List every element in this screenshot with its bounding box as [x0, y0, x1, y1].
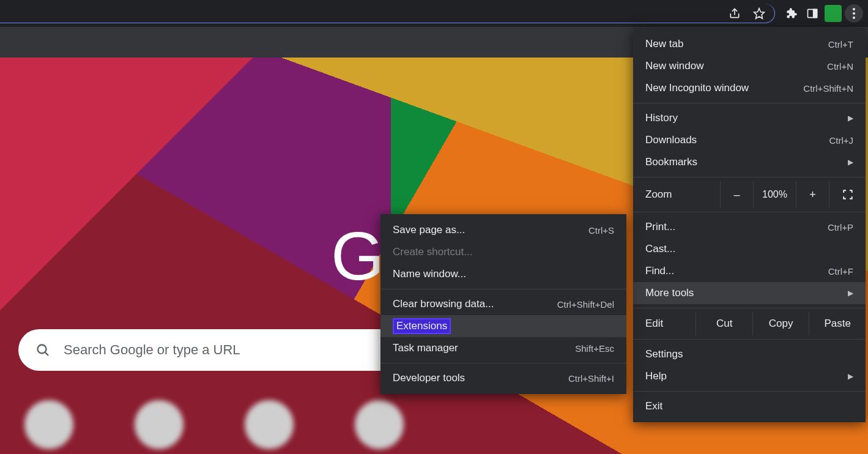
paste-button[interactable]: Paste: [809, 312, 866, 335]
menu-shortcut: Ctrl+F: [828, 266, 853, 277]
menu-item-label: Developer tools: [393, 372, 465, 384]
menu-item-new-incognito[interactable]: New Incognito window Ctrl+Shift+N: [633, 77, 866, 99]
submenu-item-create-shortcut: Create shortcut...: [380, 241, 626, 263]
menu-separator: [633, 177, 866, 177]
menu-item-label: More tools: [645, 287, 694, 299]
submenu-item-name-window[interactable]: Name window...: [380, 263, 626, 285]
menu-item-label: Exit: [645, 400, 662, 412]
fullscreen-button[interactable]: [829, 181, 866, 208]
menu-item-label: Settings: [645, 348, 683, 360]
chevron-right-icon: ▶: [848, 289, 853, 297]
menu-item-label: Zoom: [645, 188, 720, 201]
menu-item-label: Find...: [645, 265, 674, 277]
main-menu: New tab Ctrl+T New window Ctrl+N New Inc…: [633, 28, 866, 422]
menu-item-label: Clear browsing data...: [393, 298, 494, 310]
zoom-out-button[interactable]: –: [720, 181, 753, 208]
svg-point-3: [853, 8, 855, 10]
address-bar[interactable]: [0, 4, 775, 23]
menu-item-exit[interactable]: Exit: [633, 395, 866, 417]
menu-item-print[interactable]: Print... Ctrl+P: [633, 216, 866, 238]
cut-button[interactable]: Cut: [696, 312, 753, 335]
menu-item-cast[interactable]: Cast...: [633, 238, 866, 260]
svg-point-4: [853, 12, 855, 15]
menu-separator: [633, 391, 866, 392]
zoom-value: 100%: [753, 181, 796, 208]
menu-item-settings[interactable]: Settings: [633, 343, 866, 365]
menu-item-downloads[interactable]: Downloads Ctrl+J: [633, 129, 866, 151]
more-tools-submenu: Save page as... Ctrl+S Create shortcut..…: [380, 214, 626, 394]
chevron-right-icon: ▶: [848, 372, 853, 381]
submenu-item-task-manager[interactable]: Task manager Shift+Esc: [380, 337, 626, 359]
submenu-item-clear-data[interactable]: Clear browsing data... Ctrl+Shift+Del: [380, 293, 626, 315]
menu-shortcut: Ctrl+J: [829, 135, 853, 146]
search-icon: [35, 343, 50, 357]
menu-item-label: Print...: [645, 221, 675, 233]
zoom-in-button[interactable]: +: [796, 181, 829, 208]
shortcut-tile[interactable]: [355, 400, 404, 449]
menu-item-label: New tab: [645, 38, 683, 50]
star-icon[interactable]: [752, 7, 766, 20]
profile-avatar[interactable]: [823, 3, 844, 24]
menu-shortcut: Shift+Esc: [575, 343, 614, 354]
menu-item-label: Downloads: [645, 134, 697, 146]
extensions-button[interactable]: [781, 3, 802, 24]
share-icon[interactable]: [728, 7, 741, 20]
edit-label: Edit: [633, 312, 696, 335]
svg-rect-2: [814, 9, 817, 17]
side-panel-button[interactable]: [802, 3, 823, 24]
menu-separator: [380, 363, 626, 363]
menu-shortcut: Ctrl+S: [588, 225, 614, 236]
copy-button[interactable]: Copy: [753, 312, 810, 335]
menu-item-label: Extensions: [393, 318, 451, 334]
menu-separator: [633, 308, 866, 308]
menu-item-label: Name window...: [393, 268, 466, 280]
menu-item-edit: Edit Cut Copy Paste: [633, 312, 866, 335]
shortcut-tile[interactable]: [245, 400, 294, 449]
menu-shortcut: Ctrl+Shift+I: [568, 373, 614, 384]
menu-separator: [633, 103, 866, 103]
menu-item-label: Save page as...: [393, 224, 465, 236]
svg-line-7: [45, 352, 48, 355]
menu-shortcut: Ctrl+Shift+Del: [557, 299, 614, 310]
svg-point-5: [853, 17, 855, 19]
menu-item-label: Create shortcut...: [393, 246, 472, 258]
menu-item-new-tab[interactable]: New tab Ctrl+T: [633, 33, 866, 55]
svg-marker-0: [754, 8, 765, 18]
menu-item-label: Bookmarks: [645, 156, 697, 168]
menu-item-find[interactable]: Find... Ctrl+F: [633, 260, 866, 282]
submenu-item-extensions[interactable]: Extensions: [380, 315, 626, 337]
menu-item-bookmarks[interactable]: Bookmarks ▶: [633, 151, 866, 173]
menu-item-new-window[interactable]: New window Ctrl+N: [633, 55, 866, 77]
submenu-item-save-page[interactable]: Save page as... Ctrl+S: [380, 219, 626, 241]
menu-item-label: Cast...: [645, 243, 675, 255]
menu-shortcut: Ctrl+N: [827, 61, 853, 72]
submenu-item-devtools[interactable]: Developer tools Ctrl+Shift+I: [380, 367, 626, 389]
menu-item-label: Help: [645, 370, 667, 382]
menu-shortcut: Ctrl+P: [828, 222, 853, 233]
menu-item-label: Task manager: [393, 342, 458, 354]
more-menu-button[interactable]: [844, 3, 864, 24]
menu-item-more-tools[interactable]: More tools ▶: [633, 282, 866, 304]
menu-shortcut: Ctrl+Shift+N: [803, 83, 853, 94]
chevron-right-icon: ▶: [848, 158, 853, 166]
menu-item-zoom: Zoom – 100% +: [633, 181, 866, 208]
shortcut-tile[interactable]: [24, 400, 73, 449]
menu-item-help[interactable]: Help ▶: [633, 365, 866, 387]
menu-item-label: New Incognito window: [645, 82, 749, 94]
menu-item-history[interactable]: History ▶: [633, 107, 866, 129]
menu-item-label: History: [645, 112, 678, 124]
browser-toolbar: [0, 0, 868, 27]
menu-shortcut: Ctrl+T: [828, 39, 853, 50]
chevron-right-icon: ▶: [848, 114, 853, 122]
menu-separator: [633, 212, 866, 212]
search-placeholder: Search Google or type a URL: [64, 342, 240, 358]
menu-separator: [633, 339, 866, 340]
shortcut-row: [24, 400, 404, 449]
menu-item-label: New window: [645, 60, 703, 72]
shortcut-tile[interactable]: [135, 400, 184, 449]
svg-point-6: [38, 345, 46, 354]
menu-separator: [380, 289, 626, 289]
